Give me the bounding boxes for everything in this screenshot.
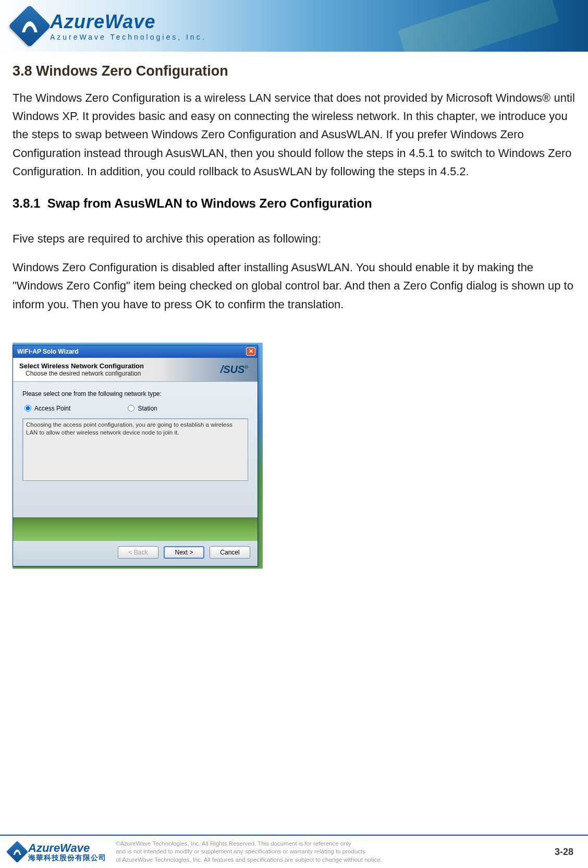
- brand-text: AzureWave AzureWave Technologies, Inc.: [50, 11, 206, 41]
- section-heading: 3.8 Windows Zero Configuration: [13, 63, 575, 79]
- wifi-ap-solo-wizard: WiFi-AP Solo Wizard ✕ Select Wireless Ne…: [13, 345, 258, 566]
- page-number: 3-28: [555, 847, 573, 858]
- wizard-header-sub: Choose the desired network configuration: [19, 370, 141, 377]
- footer-brand-logo: AzureWave 海華科技股份有限公司: [9, 842, 106, 861]
- back-button[interactable]: < Back: [118, 546, 158, 559]
- subsection-p1: Five steps are required to archive this …: [13, 230, 575, 248]
- next-button[interactable]: Next >: [164, 546, 204, 559]
- page-header-banner: AzureWave AzureWave Technologies, Inc.: [0, 0, 588, 52]
- wizard-separator-graphic: [13, 517, 258, 541]
- wizard-window-title: WiFi-AP Solo Wizard: [17, 348, 79, 355]
- network-type-radio-group: Access Point Station: [22, 405, 248, 412]
- brand-name: AzureWave: [50, 11, 206, 33]
- subsection-number: 3.8.1: [13, 196, 40, 210]
- subsection-heading: 3.8.1 Swap from AsusWLAN to Windows Zero…: [13, 196, 575, 211]
- wizard-header: Select Wireless Network Configuration Ch…: [13, 358, 258, 382]
- radio-station-label: Station: [138, 405, 157, 412]
- network-type-description: Choosing the access point configuration,…: [22, 418, 248, 481]
- wizard-titlebar[interactable]: WiFi-AP Solo Wizard ✕: [13, 345, 258, 358]
- footer-line1: ©AzureWave Technologies, Inc. All Rights…: [116, 840, 545, 848]
- wizard-body: Please select one from the following net…: [13, 382, 258, 517]
- brand-logo-block: AzureWave AzureWave Technologies, Inc.: [15, 11, 206, 41]
- page-footer: AzureWave 海華科技股份有限公司 ©AzureWave Technolo…: [0, 835, 588, 868]
- close-icon[interactable]: ✕: [246, 347, 255, 356]
- footer-line2: and is not intended to modify or supplem…: [116, 848, 545, 856]
- radio-access-point-label: Access Point: [34, 405, 70, 412]
- brand-tagline: AzureWave Technologies, Inc.: [50, 33, 206, 41]
- footer-diamond-icon: [6, 841, 28, 863]
- section-title-text: Windows Zero Configuration: [36, 63, 228, 79]
- wizard-prompt: Please select one from the following net…: [22, 390, 248, 397]
- footer-brand-cn: 海華科技股份有限公司: [28, 854, 106, 861]
- subsection-p2: Windows Zero Configuration is disabled a…: [13, 258, 575, 314]
- wizard-header-title: Select Wireless Network Configuration: [19, 362, 144, 370]
- footer-brand-text: AzureWave 海華科技股份有限公司: [28, 842, 106, 861]
- radio-station[interactable]: Station: [128, 405, 157, 412]
- section-intro: The Windows Zero Configuration is a wire…: [13, 89, 575, 180]
- footer-line3: of AzureWave Technologies, Inc. All feat…: [116, 856, 545, 864]
- radio-station-input[interactable]: [128, 405, 134, 412]
- subsection-title-text: Swap from AsusWLAN to Windows Zero Confi…: [47, 196, 372, 210]
- wizard-button-row: < Back Next > Cancel: [13, 541, 258, 566]
- cancel-button[interactable]: Cancel: [210, 546, 250, 559]
- footer-brand-name: AzureWave: [28, 842, 106, 854]
- radio-access-point-input[interactable]: [24, 405, 31, 412]
- asus-logo: /SUS®: [220, 364, 251, 376]
- radio-access-point[interactable]: Access Point: [24, 405, 70, 412]
- brand-diamond-icon: [8, 4, 51, 47]
- page-content: 3.8 Windows Zero Configuration The Windo…: [0, 52, 588, 569]
- wizard-header-text: Select Wireless Network Configuration Ch…: [19, 362, 144, 377]
- section-number: 3.8: [13, 63, 32, 79]
- footer-copyright: ©AzureWave Technologies, Inc. All Rights…: [116, 840, 545, 864]
- wizard-desktop-backdrop: WiFi-AP Solo Wizard ✕ Select Wireless Ne…: [13, 343, 263, 569]
